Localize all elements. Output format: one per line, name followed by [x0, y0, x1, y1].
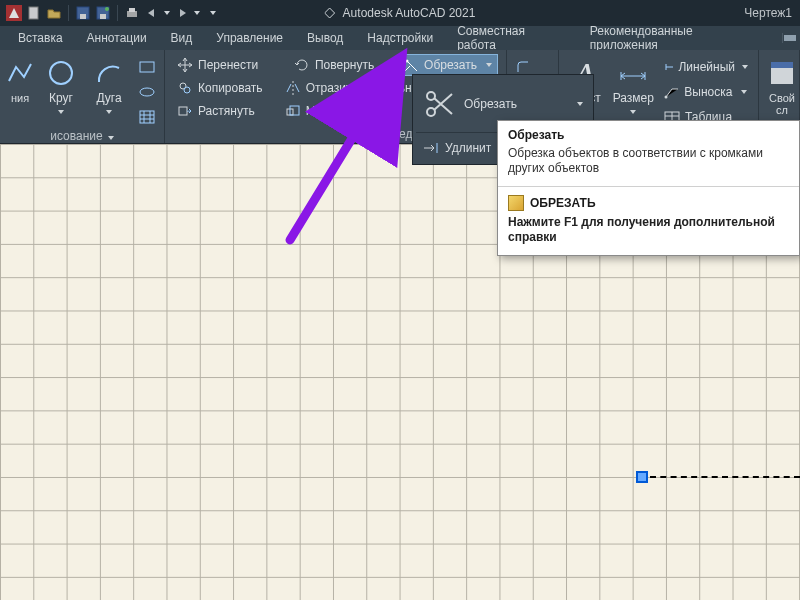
copy-button[interactable]: Копировать: [173, 77, 267, 99]
redo-dropdown-icon[interactable]: [194, 11, 200, 15]
tooltip-hint: Нажмите F1 для получения дополнительной …: [498, 213, 799, 255]
trim-button[interactable]: Обрезать: [398, 54, 498, 76]
autocad-logo-icon[interactable]: [6, 5, 22, 21]
crosshair-grip[interactable]: [636, 471, 648, 483]
tab-output[interactable]: Вывод: [297, 26, 353, 50]
panel-modify: Перенести Повернуть Обрезать Копировать …: [165, 50, 507, 143]
tab-annotate[interactable]: Аннотации: [77, 26, 157, 50]
scale-button[interactable]: Масштаб: [281, 100, 361, 122]
svg-point-6: [105, 7, 109, 11]
svg-point-10: [50, 62, 72, 84]
saveas-icon[interactable]: [95, 5, 111, 21]
panel-draw-title[interactable]: исование: [6, 128, 158, 143]
scissors-icon: [422, 86, 458, 122]
circle-button[interactable]: Круг: [40, 54, 82, 128]
open-icon[interactable]: [46, 5, 62, 21]
ellipse-icon[interactable]: [136, 81, 158, 103]
rubber-band-line: [650, 476, 800, 478]
search-icon[interactable]: [325, 7, 337, 19]
tab-collaborate[interactable]: Совместная работа: [447, 26, 576, 50]
print-icon[interactable]: [124, 5, 140, 21]
tooltip-description: Обрезка объектов в соответствии с кромка…: [498, 144, 799, 184]
trim-dropdown-icon[interactable]: [484, 54, 493, 76]
svg-point-14: [406, 60, 409, 63]
arc-button[interactable]: Дуга: [88, 54, 130, 128]
tab-addins[interactable]: Надстройки: [357, 26, 443, 50]
leader-button[interactable]: Выноска: [660, 81, 752, 103]
qat-customize-icon[interactable]: [210, 11, 216, 15]
redo-icon[interactable]: [174, 5, 190, 21]
svg-rect-30: [771, 62, 793, 68]
svg-rect-19: [290, 106, 299, 115]
svg-rect-5: [100, 14, 106, 19]
svg-point-27: [665, 96, 668, 99]
hatch-icon[interactable]: [136, 106, 158, 128]
command-icon: [508, 195, 524, 211]
tab-end-marker[interactable]: [782, 33, 800, 43]
move-button[interactable]: Перенести: [173, 54, 262, 76]
tab-view[interactable]: Вид: [161, 26, 203, 50]
save-icon[interactable]: [75, 5, 91, 21]
svg-rect-11: [140, 62, 154, 72]
panel-draw: ния Круг Дуга исование: [0, 50, 165, 143]
tooltip-title: Обрезать: [498, 121, 799, 144]
svg-rect-3: [80, 14, 86, 19]
undo-icon[interactable]: [144, 5, 160, 21]
polyline-button[interactable]: ния: [6, 54, 34, 128]
mirror-button[interactable]: Отразить зеркально: [281, 77, 423, 99]
app-title: Autodesk AutoCAD 2021: [325, 6, 476, 20]
svg-rect-1: [29, 7, 38, 19]
svg-point-12: [140, 88, 154, 96]
tooltip-command: ОБРЕЗАТЬ: [498, 189, 799, 213]
tooltip-trim: Обрезать Обрезка объектов в соответствии…: [497, 120, 800, 256]
svg-rect-8: [129, 8, 135, 12]
stretch-button[interactable]: Растянуть: [173, 100, 259, 122]
svg-point-16: [184, 87, 190, 93]
title-bar: Autodesk AutoCAD 2021 Чертеж1: [0, 0, 800, 26]
app-name: Autodesk AutoCAD 2021: [343, 6, 476, 20]
rotate-button[interactable]: Повернуть: [290, 54, 378, 76]
undo-dropdown-icon[interactable]: [164, 11, 170, 15]
tab-manage[interactable]: Управление: [206, 26, 293, 50]
dimension-button[interactable]: Размер: [613, 54, 655, 128]
document-name: Чертеж1: [744, 6, 792, 20]
draw-small-tools: [136, 54, 158, 128]
new-icon[interactable]: [26, 5, 42, 21]
tab-featured-apps[interactable]: Рекомендованные приложения: [580, 26, 772, 50]
svg-rect-17: [179, 107, 187, 115]
chevron-down-icon[interactable]: [575, 93, 584, 115]
svg-rect-13: [140, 111, 154, 123]
properties-button[interactable]: Свой сл: [765, 54, 799, 128]
ribbon-tabs: Вставка Аннотации Вид Управление Вывод Н…: [0, 26, 800, 50]
linear-dim-button[interactable]: Линейный: [660, 56, 752, 78]
svg-rect-9: [784, 35, 796, 41]
tab-insert[interactable]: Вставка: [8, 26, 73, 50]
rectangle-icon[interactable]: [136, 56, 158, 78]
quick-access-toolbar: [0, 5, 222, 21]
